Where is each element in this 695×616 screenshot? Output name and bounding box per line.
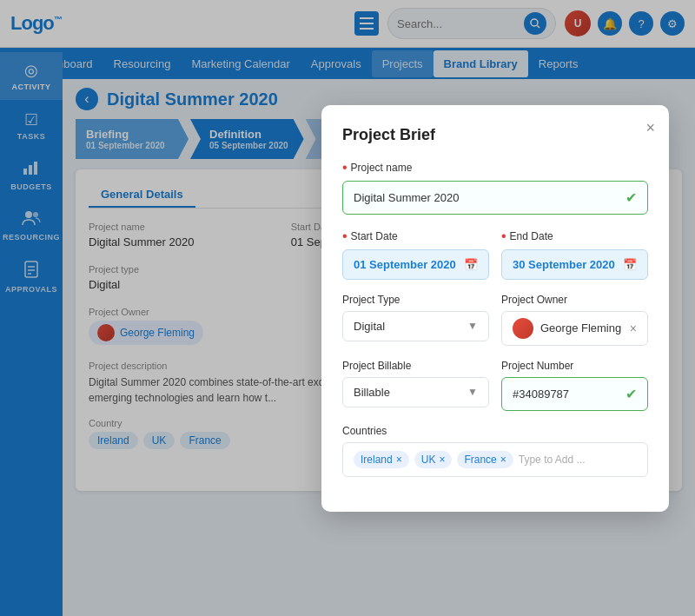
modal-label-project-owner: Project Owner — [501, 294, 648, 306]
modal-close-button[interactable]: × — [645, 119, 655, 137]
modal-field-project-name: • Project name Digital Summer 2020 ✔ — [342, 160, 648, 215]
modal-field-project-type: Project Type Digital ▼ — [342, 294, 489, 346]
modal-field-project-owner: Project Owner George Fleming × — [501, 294, 648, 346]
modal-project-owner-select[interactable]: George Fleming × — [501, 311, 648, 346]
check-icon: ✔ — [626, 189, 637, 206]
dropdown-arrow-billable: ▼ — [467, 386, 478, 398]
country-chip-ireland: Ireland × — [354, 451, 409, 468]
country-type-add-placeholder: Type to Add ... — [519, 454, 586, 466]
owner-avatar-modal — [513, 318, 533, 339]
modal-field-end-date: • End Date 30 September 2020 📅 — [501, 229, 648, 280]
required-dot: • — [342, 160, 348, 176]
modal-label-project-type: Project Type — [342, 294, 489, 306]
modal-field-billable: Project Billable Billable ▼ — [342, 360, 489, 411]
modal-label-billable: Project Billable — [342, 360, 489, 372]
remove-uk-button[interactable]: × — [439, 454, 445, 466]
modal-label-countries: Countries — [342, 425, 648, 437]
modal-end-date-input[interactable]: 30 September 2020 📅 — [501, 249, 648, 280]
modal-overlay: Project Brief × • Project name Digital S… — [0, 0, 695, 616]
modal-project-number-input[interactable]: #34089787 ✔ — [501, 377, 648, 411]
dropdown-arrow-type: ▼ — [467, 320, 478, 332]
remove-ireland-button[interactable]: × — [396, 454, 402, 466]
calendar-icon-start: 📅 — [464, 258, 478, 271]
modal-title: Project Brief — [342, 126, 648, 144]
required-dot-end: • — [501, 229, 506, 244]
country-chip-uk: UK × — [414, 451, 453, 468]
remove-owner-button[interactable]: × — [630, 321, 637, 335]
project-brief-modal: Project Brief × • Project name Digital S… — [321, 105, 669, 512]
modal-label-start-date: • Start Date — [342, 229, 489, 244]
modal-project-name-input[interactable]: Digital Summer 2020 ✔ — [342, 181, 648, 215]
remove-france-button[interactable]: × — [500, 454, 506, 466]
check-icon-number: ✔ — [626, 386, 637, 402]
modal-type-owner-row: Project Type Digital ▼ Project Owner Geo… — [342, 294, 648, 346]
country-chip-france: France × — [457, 451, 513, 468]
modal-field-start-date: • Start Date 01 September 2020 📅 — [342, 229, 489, 280]
modal-billable-select[interactable]: Billable ▼ — [342, 377, 489, 407]
modal-label-end-date: • End Date — [501, 229, 648, 244]
modal-field-project-number: Project Number #34089787 ✔ — [501, 360, 648, 411]
calendar-icon-end: 📅 — [623, 258, 637, 271]
modal-billable-number-row: Project Billable Billable ▼ Project Numb… — [342, 360, 648, 411]
modal-project-type-select[interactable]: Digital ▼ — [342, 311, 489, 341]
modal-countries-input[interactable]: Ireland × UK × France × Type to Add ... — [342, 442, 648, 477]
modal-label-project-number: Project Number — [501, 360, 648, 372]
modal-start-date-input[interactable]: 01 September 2020 📅 — [342, 249, 489, 280]
modal-label-project-name: • Project name — [342, 160, 648, 176]
modal-field-countries: Countries Ireland × UK × France × Type t… — [342, 425, 648, 477]
required-dot-start: • — [342, 229, 348, 244]
modal-date-row: • Start Date 01 September 2020 📅 • End D… — [342, 229, 648, 280]
